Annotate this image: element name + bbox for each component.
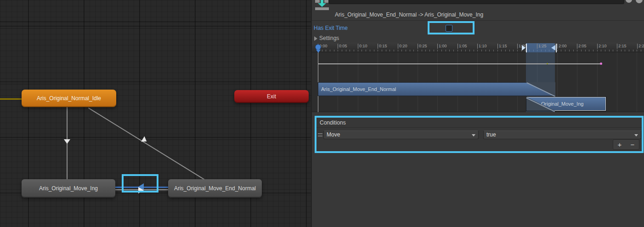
state-node-normal-idle[interactable]: Aris_Original_Normal_Idle — [22, 90, 116, 107]
ruler-tick: 1:00 — [437, 44, 447, 49]
condition-parameter-dropdown[interactable]: Move — [323, 131, 479, 139]
ruler-tick: 1:10 — [477, 44, 487, 49]
ruler-tick: 1:05 — [458, 44, 467, 49]
ruler-tick: 0:10 — [358, 44, 367, 49]
dropdown-arrow-icon — [472, 134, 475, 136]
state-node-exit[interactable]: Exit — [234, 90, 309, 103]
curve-key-icon[interactable] — [547, 63, 548, 64]
state-label: Aris_Original_Normal_Idle — [37, 95, 101, 102]
has-exit-time-label: Has Exit Time — [314, 25, 348, 31]
transition-arrow-icon[interactable] — [141, 136, 148, 144]
dropdown-arrow-icon — [634, 134, 638, 136]
clip-label: Aris_Original_Move_End_Normal — [321, 86, 396, 92]
clip-bar-move-end-normal[interactable]: Aris_Original_Move_End_Normal — [318, 82, 555, 96]
ruler-tick: 2:10 — [597, 44, 607, 49]
checkbox-highlight — [428, 21, 475, 34]
ruler-minor-ticks — [318, 50, 644, 51]
transition-end-marker-icon[interactable] — [551, 45, 555, 51]
transition-start-marker-icon[interactable] — [522, 45, 525, 51]
selected-transition-highlight — [122, 174, 158, 193]
state-label: Aris_Original_Move_Ing — [39, 185, 98, 192]
remove-condition-button[interactable]: − — [631, 140, 635, 149]
transition-end-marker-line[interactable] — [556, 44, 557, 52]
state-node-move-ing[interactable]: Aris_Original_Move_Ing — [22, 179, 115, 198]
conditions-section: Conditions Move true + − — [315, 116, 644, 153]
inspector-panel: Aris_Original_Move_End_Normal -> Aris_Or… — [311, 0, 644, 227]
blend-curve-line[interactable] — [318, 63, 601, 64]
ruler-tick: 2:05 — [577, 44, 587, 49]
ruler-tick: 2:15 — [617, 44, 627, 49]
add-condition-button[interactable]: + — [618, 140, 622, 149]
state-label: Exit — [267, 93, 276, 100]
curve-end-key-icon[interactable] — [600, 62, 602, 65]
ruler-tick: 0:15 — [378, 44, 387, 49]
timeline-zero-line — [318, 47, 318, 112]
ruler-tick: 0:25 — [418, 44, 427, 49]
conditions-list-controls: + − — [613, 139, 639, 150]
state-label: Aris_Original_Move_End_Normal — [174, 185, 256, 192]
ruler-tick: 0:20 — [398, 44, 407, 49]
presets-icon[interactable] — [636, 0, 643, 3]
ruler-tick: 2:00 — [557, 44, 567, 49]
transition-icon — [315, 0, 329, 10]
timeline-ruler[interactable]: 0:00 0:05 0:10 0:15 0:20 0:25 1:00 1:05 … — [312, 43, 644, 52]
transition-name-field[interactable] — [328, 0, 624, 4]
drag-handle-icon[interactable] — [318, 133, 322, 137]
condition-value-dropdown[interactable]: true — [483, 131, 641, 139]
condition-value: true — [486, 131, 496, 138]
help-icon[interactable] — [626, 0, 632, 3]
transition-start-marker-line[interactable] — [526, 44, 527, 52]
transition-idle-to-endnormal[interactable] — [88, 108, 205, 181]
ruler-tick: 1:15 — [497, 44, 507, 49]
transition-title: Aris_Original_Move_End_Normal -> Aris_Or… — [335, 11, 483, 18]
ruler-tick: 1:25 — [537, 44, 547, 49]
ruler-tick: 0:05 — [338, 44, 347, 49]
condition-parameter-value: Move — [327, 131, 340, 138]
foldout-arrow-icon[interactable] — [314, 36, 317, 41]
divider — [312, 20, 644, 21]
settings-foldout[interactable]: Settings — [319, 35, 339, 41]
entry-transition-line[interactable] — [0, 98, 22, 100]
state-node-move-end-normal[interactable]: Aris_Original_Move_End_Normal — [168, 179, 262, 198]
transition-arrow-icon[interactable] — [64, 139, 70, 144]
state-machine-canvas[interactable]: Aris_Original_Normal_Idle Exit Aris_Orig… — [0, 0, 311, 227]
conditions-header: Conditions — [316, 118, 642, 128]
ruler-tick: 2:2 — [637, 44, 644, 49]
animator-window: Aris_Original_Normal_Idle Exit Aris_Orig… — [0, 0, 644, 227]
playhead-tip-icon — [316, 50, 321, 53]
